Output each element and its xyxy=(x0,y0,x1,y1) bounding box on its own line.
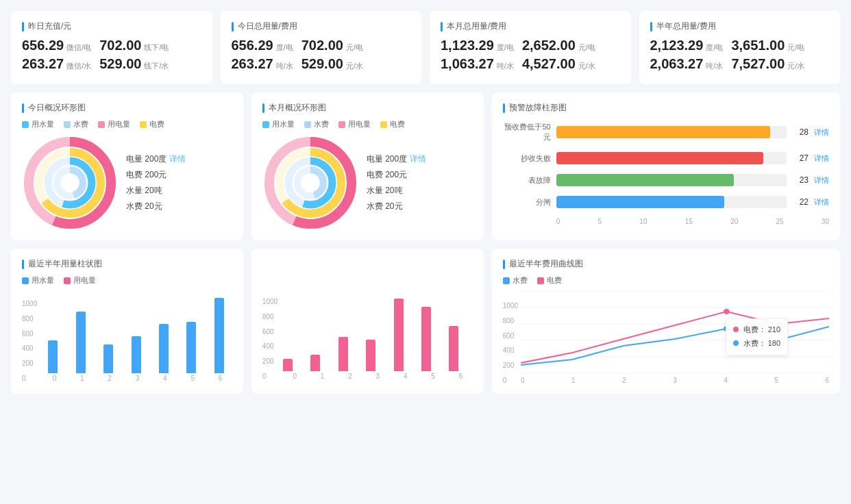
vbar xyxy=(48,340,58,373)
donut1-labels: 电量 200度 详情 电费 200元 水量 20吨 水费 20元 xyxy=(126,153,186,212)
legend-item: 用电量 xyxy=(64,275,96,286)
vbar-chart-2: placeholder 用电量 1000 800 600 400 200 0 xyxy=(251,249,484,394)
legend-item: 用电量 xyxy=(98,119,130,129)
donut2-detail-link[interactable]: 详情 xyxy=(410,154,426,164)
hbar-detail-2[interactable]: 详情 xyxy=(814,153,829,164)
hbar-track-4 xyxy=(556,196,787,208)
vbar xyxy=(449,326,458,371)
x-2: 2 xyxy=(348,373,352,380)
vbar2-group-1 xyxy=(310,355,331,371)
stat-val-6: 702.00 xyxy=(301,38,343,53)
hbar-detail-1[interactable]: 详情 xyxy=(814,127,829,138)
stat-val-10: 2,652.00 xyxy=(522,38,576,53)
donut1-detail-link[interactable]: 详情 xyxy=(169,154,186,164)
legend-item: 电费 xyxy=(380,119,405,129)
stat-title-month: 本月总用量/费用 xyxy=(441,21,620,32)
y-1000: 1000 xyxy=(503,302,518,310)
vbar1-legend: 用水量 用电量 xyxy=(22,275,232,286)
line-tooltip: 电费： 210 水费： 180 xyxy=(726,318,788,355)
donut2-legend: 用水量 水费 用电量 电费 xyxy=(262,119,473,129)
stat-unit-15: 吨/水 xyxy=(706,61,723,71)
x-4: 4 xyxy=(163,375,167,382)
x-0: 0 xyxy=(521,377,525,384)
stat-val-12: 4,527.00 xyxy=(522,56,576,72)
stat-val-8: 529.00 xyxy=(301,56,343,72)
vbar xyxy=(338,337,348,371)
legend-label: 用电量 xyxy=(108,119,130,129)
donut2-label-elec: 电量 200度 详情 xyxy=(367,153,426,165)
axis-10: 10 xyxy=(639,218,647,225)
x-4: 4 xyxy=(724,377,728,384)
legend-item: 用水量 xyxy=(262,119,295,129)
vbar1-group-5 xyxy=(181,322,201,373)
stat-val-14: 3,651.00 xyxy=(731,38,785,53)
hbar-detail-4[interactable]: 详情 xyxy=(814,197,829,207)
stat-row-5: 1,123.29 度/电 2,652.00 元/电 xyxy=(441,38,620,53)
stat-unit-4: 线下/水 xyxy=(144,61,169,71)
hbar-track-3 xyxy=(556,174,787,186)
vbar xyxy=(421,307,431,371)
stat-row-6: 1,063.27 吨/水 4,527.00 元/水 xyxy=(441,56,620,72)
dashboard: 昨日充值/元 656.29 微信/电 702.00 线下/电 263.27 微信… xyxy=(11,11,840,394)
vbar2-group-4 xyxy=(394,299,415,371)
tooltip-water-value: 180 xyxy=(768,339,780,347)
y-0: 0 xyxy=(262,373,278,380)
vbar xyxy=(283,359,293,371)
stat-val-16: 7,527.00 xyxy=(731,56,785,72)
x-4: 4 xyxy=(404,373,408,380)
vbar-chart-1: 最近半年用量柱状图 用水量 用电量 1000 800 600 400 200 xyxy=(11,249,243,394)
hbar-fill-2 xyxy=(556,152,764,164)
legend-dot xyxy=(22,277,29,284)
legend-dot xyxy=(380,121,387,128)
vbar xyxy=(76,312,86,373)
donut1-title: 今日概况环形图 xyxy=(22,102,232,114)
tooltip-water: 水费： 180 xyxy=(733,337,780,351)
vbar2-bars-wrap: 0 1 2 3 4 5 6 xyxy=(280,289,473,380)
y-200: 200 xyxy=(503,362,518,369)
bottom-row: 最近半年用量柱状图 用水量 用电量 1000 800 600 400 200 xyxy=(11,249,840,394)
vbar2-group-0 xyxy=(283,359,304,371)
stat-unit-3: 微信/水 xyxy=(66,61,91,71)
legend-item: 水费 xyxy=(503,275,528,286)
legend-label: 电费 xyxy=(390,119,405,129)
stat-row-2: 263.27 微信/水 529.00 线下/水 xyxy=(22,56,201,72)
legend-label: 用水量 xyxy=(32,119,54,129)
legend-dot-water xyxy=(22,121,29,128)
vbar2-content: 1000 800 600 400 200 0 xyxy=(262,289,473,380)
x-2: 2 xyxy=(108,375,112,382)
vbar2-group-5 xyxy=(421,307,442,371)
vbar xyxy=(186,322,196,373)
tooltip-water-label: 水费： xyxy=(743,339,766,347)
hbar-label-1: 预收费低于50元 xyxy=(503,122,551,142)
x-3: 3 xyxy=(136,375,140,382)
y-600: 600 xyxy=(22,330,37,338)
x-5: 5 xyxy=(774,377,778,384)
donut1-svg xyxy=(22,135,118,231)
stat-val-11: 1,063.27 xyxy=(441,56,494,72)
hbar-fill-3 xyxy=(556,174,734,186)
stat-row-4: 263.27 吨/水 529.00 元/水 xyxy=(232,56,411,72)
stats-row: 昨日充值/元 656.29 微信/电 702.00 线下/电 263.27 微信… xyxy=(11,11,840,84)
vbar1-group-3 xyxy=(125,336,146,373)
legend-item: 水费 xyxy=(64,119,88,129)
legend-dot-waterfee xyxy=(64,121,71,128)
vbar1-group-2 xyxy=(98,344,119,373)
hbar-title: 预警故障柱形图 xyxy=(503,102,829,114)
line-yaxis: 1000 800 600 400 200 0 xyxy=(503,302,521,384)
donut1-label-water: 水量 20吨 xyxy=(126,185,186,197)
hbar-axis: 0 5 10 15 20 25 30 xyxy=(503,218,829,225)
stat-card-today: 今日总用量/费用 656.29 度/电 702.00 元/电 263.27 吨/… xyxy=(221,11,422,84)
stat-unit-12: 元/水 xyxy=(578,61,595,71)
x-0: 0 xyxy=(53,375,57,382)
line-content: 1000 800 600 400 200 0 xyxy=(503,291,829,384)
vbar xyxy=(310,355,320,371)
y-0: 0 xyxy=(503,377,518,384)
x-1: 1 xyxy=(80,375,84,382)
stat-unit-1: 微信/电 xyxy=(66,42,91,53)
vbar1-group-0 xyxy=(42,340,63,373)
hbar-detail-3[interactable]: 详情 xyxy=(814,175,829,186)
vbar2-group-3 xyxy=(366,340,386,371)
stat-card-halfyear: 半年总用量/费用 2,123.29 度/电 3,651.00 元/电 2,063… xyxy=(639,11,841,84)
stat-unit-10: 元/电 xyxy=(578,42,595,53)
hbar-num-3: 23 xyxy=(792,175,809,185)
